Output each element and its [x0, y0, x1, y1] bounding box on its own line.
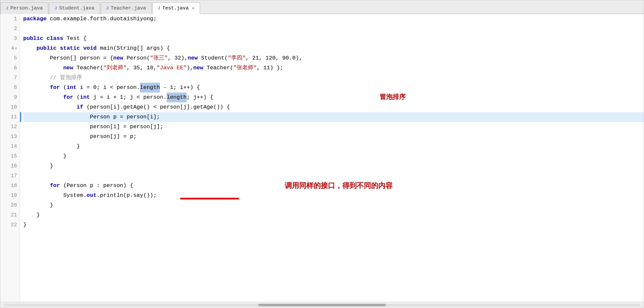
code-area: 1 2 3 4⊖ 5 6 7 8 9 10 11 12 13 14 15 16 …	[0, 14, 644, 302]
code-line-4: public static void main(String[] args) {	[23, 43, 644, 53]
code-line-1: package com.example.forth.duotaishiyong;	[23, 14, 644, 24]
line-num-5: 5	[2, 53, 17, 63]
scrollbar-thumb[interactable]	[258, 304, 386, 306]
tab-teacher[interactable]: J Teacher.java	[101, 2, 152, 14]
code-line-8: for (int i = 0; i < person.length - 1; i…	[23, 83, 644, 93]
code-line-5: Person[] person = { new Person("张三", 32)…	[23, 53, 644, 63]
line-num-11: 11	[2, 112, 17, 122]
tab-close-icon[interactable]: ✕	[192, 6, 195, 11]
line-num-1: 1	[2, 14, 17, 24]
editor-container: J Person.java J Student.java J Teacher.j…	[0, 0, 644, 308]
code-line-6: new Teacher("刘老师", 35, 10, "Java EE"), n…	[23, 63, 644, 73]
tab-teacher-label: Teacher.java	[111, 6, 146, 11]
red-underline	[180, 198, 239, 199]
line-num-18: 18	[2, 181, 17, 191]
cursor-indicator	[20, 112, 21, 122]
tab-person[interactable]: J Person.java	[0, 2, 48, 14]
line-num-6: 6	[2, 63, 17, 73]
scrollbar-area[interactable]	[0, 302, 644, 308]
scrollbar-track[interactable]	[4, 304, 640, 306]
line-num-22: 22	[2, 220, 17, 230]
code-line-14: }	[23, 142, 644, 151]
tab-person-label: Person.java	[10, 6, 43, 11]
line-num-20: 20	[2, 200, 17, 210]
tab-test-label: Test.java	[162, 6, 189, 11]
code-line-20: }	[23, 200, 644, 210]
java-icon: J	[158, 6, 161, 11]
line-num-2: 2	[2, 24, 17, 34]
line-num-15: 15	[2, 151, 17, 161]
code-line-18: for (Person p : person) {	[23, 181, 644, 191]
line-num-19: 19	[2, 191, 17, 200]
line-num-13: 13	[2, 132, 17, 142]
code-line-10: if (person[i].getAge() < person[j].getAg…	[23, 102, 644, 112]
line-num-3: 3	[2, 34, 17, 43]
code-line-22: }	[23, 220, 644, 230]
line-num-14: 14	[2, 142, 17, 151]
line-num-9: 9	[2, 93, 17, 102]
line-num-17: 17	[2, 171, 17, 181]
code-line-11: Person p = person[i];	[23, 112, 644, 122]
line-num-4: 4⊖	[2, 43, 17, 53]
code-line-15: }	[23, 151, 644, 161]
code-line-13: person[j] = p;	[23, 132, 644, 142]
java-icon: J	[6, 6, 8, 11]
code-content[interactable]: package com.example.forth.duotaishiyong;…	[20, 14, 644, 302]
line-num-7: 7	[2, 73, 17, 83]
code-line-12: person[i] = person[j];	[23, 122, 644, 132]
tab-student[interactable]: J Student.java	[49, 2, 100, 14]
code-line-3: public class Test {	[23, 34, 644, 43]
code-line-9: for (int j = i + 1; j < person.length; j…	[23, 93, 644, 102]
code-line-21: }	[23, 210, 644, 220]
line-num-16: 16	[2, 161, 17, 171]
code-line-17	[23, 171, 644, 181]
java-icon: J	[55, 6, 57, 11]
java-icon: J	[106, 6, 109, 11]
line-numbers: 1 2 3 4⊖ 5 6 7 8 9 10 11 12 13 14 15 16 …	[0, 14, 20, 302]
tab-test[interactable]: J Test.java ✕	[152, 2, 200, 14]
tab-student-label: Student.java	[59, 6, 94, 11]
line-num-10: 10	[2, 102, 17, 112]
line-num-12: 12	[2, 122, 17, 132]
code-line-2	[23, 24, 644, 34]
line-num-8: 8	[2, 83, 17, 93]
code-line-7: // 冒泡排序	[23, 73, 644, 83]
code-line-19: System.out.println(p.say());	[23, 191, 644, 200]
code-line-16: }	[23, 161, 644, 171]
line-num-21: 21	[2, 210, 17, 220]
tab-bar: J Person.java J Student.java J Teacher.j…	[0, 0, 644, 14]
